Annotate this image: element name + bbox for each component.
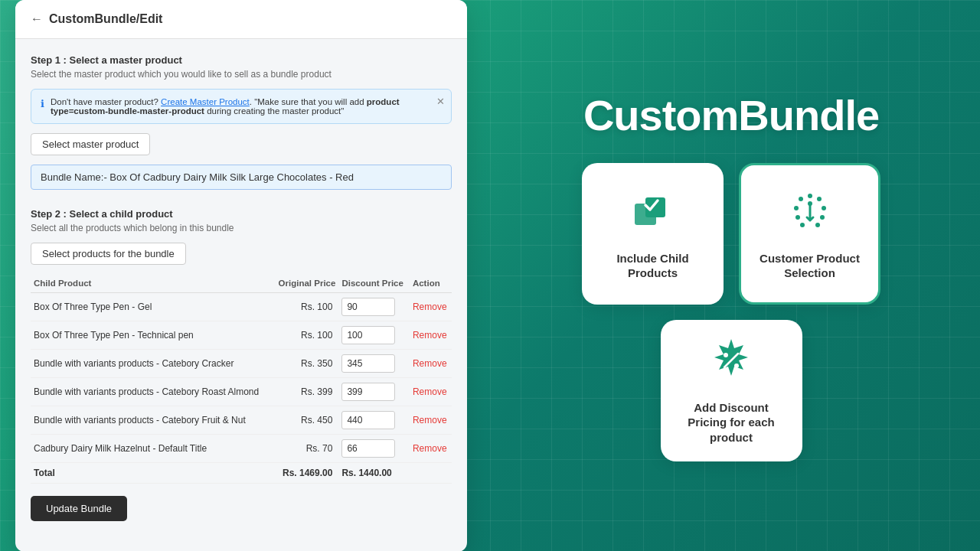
total-discount: Rs. 1440.00 bbox=[338, 462, 410, 483]
update-bundle-button[interactable]: Update Bundle bbox=[31, 496, 127, 521]
table-row: Bundle with variants products - Catebory… bbox=[31, 377, 452, 406]
table-row: Bundle with variants products - Catebory… bbox=[31, 406, 452, 434]
remove-link[interactable]: Remove bbox=[413, 302, 447, 312]
product-name: Bundle with variants products - Catebory… bbox=[31, 349, 273, 377]
product-name: Box Of Three Type Pen - Gel bbox=[31, 292, 273, 321]
cursor-icon bbox=[786, 187, 835, 242]
col-original-price: Original Price bbox=[273, 274, 339, 293]
total-original: Rs. 1469.00 bbox=[273, 462, 339, 483]
action-cell: Remove bbox=[410, 434, 452, 462]
step2-title: Step 2 : Select a child product bbox=[31, 208, 452, 220]
bundle-name-input[interactable] bbox=[31, 165, 452, 190]
product-name: Bundle with variants products - Catebory… bbox=[31, 377, 273, 406]
step2-subtitle: Select all the products which belong in … bbox=[31, 223, 452, 233]
back-button[interactable]: ← bbox=[31, 12, 43, 26]
right-panel: CustomBundle Include Child Products bbox=[498, 90, 965, 461]
info-icon: ℹ bbox=[41, 98, 44, 109]
feature-card-customer-selection: Customer Product Selection bbox=[739, 163, 880, 305]
col-discount-price: Discount Price bbox=[338, 274, 410, 293]
remove-link[interactable]: Remove bbox=[413, 330, 447, 341]
original-price: Rs. 70 bbox=[273, 434, 339, 462]
discount-price-cell bbox=[338, 292, 410, 321]
discount-price-input[interactable] bbox=[341, 298, 395, 316]
bottom-cards-row: Add Discount Pricing for each product bbox=[661, 320, 802, 461]
alert-box: ℹ Don't have master product? Create Mast… bbox=[31, 89, 452, 124]
total-label: Total bbox=[31, 462, 273, 483]
remove-link[interactable]: Remove bbox=[413, 415, 447, 425]
table-row: Box Of Three Type Pen - Technical pen Rs… bbox=[31, 321, 452, 349]
svg-point-9 bbox=[800, 223, 805, 227]
discount-price-input[interactable] bbox=[341, 411, 395, 429]
create-master-link[interactable]: Create Master Product bbox=[161, 97, 250, 106]
svg-point-10 bbox=[815, 223, 820, 227]
select-master-product-button[interactable]: Select master product bbox=[31, 133, 150, 155]
svg-point-8 bbox=[820, 215, 825, 220]
feature-card-discount-pricing: Add Discount Pricing for each product bbox=[661, 320, 802, 461]
panel-title: CustomBundle/Edit bbox=[49, 12, 162, 26]
table-row: Bundle with variants products - Catebory… bbox=[31, 349, 452, 377]
product-name: Cadbury Dairy Milk Hazelnut - Default Ti… bbox=[31, 434, 273, 462]
original-price: Rs. 450 bbox=[273, 406, 339, 434]
action-cell: Remove bbox=[410, 349, 452, 377]
brand-title: CustomBundle bbox=[583, 90, 879, 140]
customer-selection-label: Customer Product Selection bbox=[756, 251, 863, 281]
feature-card-include-child: Include Child Products bbox=[582, 163, 724, 305]
include-child-label: Include Child Products bbox=[599, 251, 706, 281]
panel-header: ← CustomBundle/Edit bbox=[15, 0, 467, 39]
original-price: Rs. 350 bbox=[273, 349, 339, 377]
left-panel: ← CustomBundle/Edit Step 1 : Select a ma… bbox=[15, 0, 467, 551]
discount-price-cell bbox=[338, 406, 410, 434]
remove-link[interactable]: Remove bbox=[413, 358, 447, 369]
col-action: Action bbox=[410, 274, 452, 293]
svg-point-12 bbox=[724, 353, 728, 357]
percent-icon bbox=[707, 336, 756, 391]
original-price: Rs. 100 bbox=[273, 321, 339, 349]
original-price: Rs. 399 bbox=[273, 377, 339, 406]
discount-price-cell bbox=[338, 321, 410, 349]
select-products-button[interactable]: Select products for the bundle bbox=[31, 243, 186, 265]
step1-section: Step 1 : Select a master product Select … bbox=[31, 54, 452, 193]
original-price: Rs. 100 bbox=[273, 292, 339, 321]
step1-subtitle: Select the master product which you woul… bbox=[31, 69, 452, 80]
box-icon bbox=[629, 187, 678, 242]
table-row: Box Of Three Type Pen - Gel Rs. 100 Remo… bbox=[31, 292, 452, 321]
product-name: Box Of Three Type Pen - Technical pen bbox=[31, 321, 273, 349]
action-cell: Remove bbox=[410, 292, 452, 321]
remove-link[interactable]: Remove bbox=[413, 443, 447, 454]
svg-point-4 bbox=[817, 197, 822, 201]
action-cell: Remove bbox=[410, 377, 452, 406]
discount-price-input[interactable] bbox=[341, 383, 395, 401]
step2-section: Step 2 : Select a child product Select a… bbox=[31, 208, 452, 521]
total-row: Total Rs. 1469.00 Rs. 1440.00 bbox=[31, 462, 452, 483]
products-table: Child Product Original Price Discount Pr… bbox=[31, 274, 452, 484]
discount-price-cell bbox=[338, 349, 410, 377]
svg-point-2 bbox=[799, 197, 803, 201]
svg-point-6 bbox=[822, 206, 826, 210]
panel-content: Step 1 : Select a master product Select … bbox=[15, 39, 467, 552]
discount-price-input[interactable] bbox=[341, 439, 395, 458]
alert-text: Don't have master product? Create Master… bbox=[51, 97, 442, 116]
product-name: Bundle with variants products - Catebory… bbox=[31, 406, 273, 434]
discount-price-cell bbox=[338, 377, 410, 406]
svg-point-3 bbox=[808, 194, 812, 198]
discount-price-input[interactable] bbox=[341, 326, 395, 344]
col-child-product: Child Product bbox=[31, 274, 273, 293]
discount-price-input[interactable] bbox=[341, 354, 395, 373]
svg-point-7 bbox=[795, 215, 800, 220]
table-row: Cadbury Dairy Milk Hazelnut - Default Ti… bbox=[31, 434, 452, 462]
discount-price-cell bbox=[338, 434, 410, 462]
svg-point-11 bbox=[808, 201, 812, 206]
svg-point-5 bbox=[794, 206, 799, 210]
svg-point-13 bbox=[734, 364, 739, 368]
remove-link[interactable]: Remove bbox=[413, 386, 447, 397]
page-layout: ← CustomBundle/Edit Step 1 : Select a ma… bbox=[15, 15, 965, 536]
discount-pricing-label: Add Discount Pricing for each product bbox=[678, 400, 785, 445]
action-cell: Remove bbox=[410, 321, 452, 349]
alert-close-button[interactable]: ✕ bbox=[436, 96, 445, 107]
action-cell: Remove bbox=[410, 406, 452, 434]
step1-title: Step 1 : Select a master product bbox=[31, 54, 452, 66]
top-cards-row: Include Child Products bbox=[582, 163, 880, 305]
